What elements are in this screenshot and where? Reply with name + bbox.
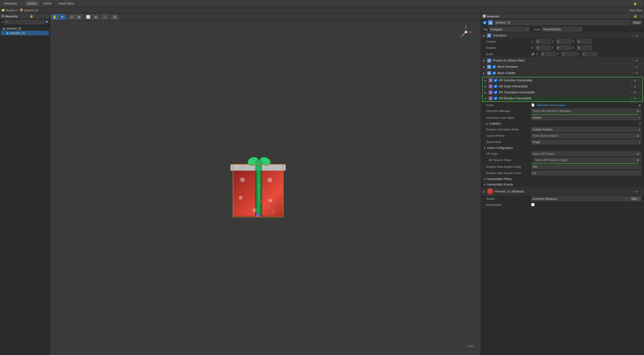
ar-selection-checkbox[interactable] [494,79,497,82]
rect-tool-btn[interactable]: ⬜ [85,14,92,20]
ar-rotation-checkbox[interactable] [494,97,497,100]
interaction-manager-value[interactable]: None (XR Interaction Manager) ◉ [531,109,641,113]
ar-selection-header[interactable]: ▶ # AR Selection Interactable ? ⊞ ⋮ [483,77,642,83]
hierarchy-item-present01[interactable]: ▣ present_01 [1,31,49,35]
ar-rotation-help[interactable]: ? [631,97,632,100]
mesh-collider-header[interactable]: ▶ ⊞ Mesh Collider ? ⊞ ⋮ [481,70,644,76]
interactable-filters-foldout[interactable]: ▶ Interactable Filters [481,176,644,182]
edit-shader-button[interactable]: Edit... [629,197,641,201]
gameobject-active-checkbox[interactable] [483,21,486,24]
ar-rotation-header[interactable]: ▼ # AR Rotation Interactable ? ⊞ ⋮ [483,95,642,101]
2d-btn[interactable]: 2D [111,14,119,20]
mesh-filter-settings[interactable]: ⊞ [635,59,638,62]
ar-rotation-menu[interactable]: ⋮ [638,97,640,100]
interactable-events-foldout[interactable]: ▶ Interactable Events [481,182,644,187]
layer-select[interactable]: PlacedObjects [542,27,582,32]
ar-translation-menu[interactable]: ⋮ [638,91,640,94]
scenes-link[interactable]: 📁 Scenes [2,9,15,12]
ar-selection-settings[interactable]: ⊞ [634,79,636,82]
ar-translation-checkbox[interactable] [494,91,497,94]
ar-translation-help[interactable]: ? [631,91,632,94]
mesh-renderer-menu[interactable]: ⋮ [639,65,642,69]
mesh-collider-help[interactable]: ? [632,72,634,75]
scale-x-input[interactable] [541,52,556,56]
custom-reticle-value[interactable]: None (Game Object) ◉ [531,133,641,138]
mesh-renderer-help[interactable]: ? [632,65,634,69]
gameobject-name-field[interactable] [494,20,630,25]
select-mode-select[interactable]: Single [531,140,641,144]
scale-y-input[interactable] [561,52,576,56]
pos-z-input[interactable] [577,39,592,44]
transform-tool-btn[interactable]: ⊕ [92,14,99,20]
hierarchy-item-present01-root[interactable]: ▣ present_01 [1,26,49,31]
material-settings[interactable]: ⊞ [635,190,638,193]
material-help[interactable]: ? [632,190,634,193]
tab-hierarchy[interactable]: Hierarchy [2,1,19,6]
scale-tool-btn[interactable]: ⊞ [75,14,82,20]
mesh-filter-menu[interactable]: ⋮ [639,59,642,62]
ar-rotation-settings[interactable]: ⊞ [634,97,636,100]
ar-scale-checkbox[interactable] [494,85,497,88]
mesh-renderer-checkbox[interactable] [493,65,496,68]
hierarchy-lock-icon[interactable]: 🔒 [30,15,33,18]
distance-calc-value[interactable]: Collider Position [531,127,641,132]
interaction-manager-pick-btn[interactable]: ◉ [637,109,639,113]
mesh-renderer-settings[interactable]: ⊞ [635,65,638,69]
colliders-foldout[interactable]: ▶ Colliders [486,122,501,125]
interaction-layer-mask-select[interactable]: Default [531,115,641,120]
hierarchy-search-input[interactable] [4,20,44,24]
hierarchy-menu-icon[interactable]: ⋮ [46,15,48,18]
move-tool-btn[interactable]: ✥ [59,14,66,20]
ar-session-origin-value[interactable]: None (AR Session Origin) ◉ [534,158,641,162]
ar-scale-settings[interactable]: ⊞ [634,85,636,88]
transform-header[interactable]: ▶ ⊕ Transform ? ⊞ ⋮ [481,33,644,39]
tab-game[interactable]: Game [41,1,54,6]
distance-calc-select[interactable]: Collider Position [531,127,641,132]
ar-scale-menu[interactable]: ⋮ [638,85,640,88]
mesh-collider-menu[interactable]: ⋮ [639,72,642,75]
custom-tool-btn[interactable]: ☆ [101,14,109,20]
mesh-renderer-header[interactable]: ▶ ⊞ Mesh Renderer ? ⊞ ⋮ [481,64,644,70]
xr-origin-pick-btn[interactable]: ◉ [637,152,639,155]
pos-x-input[interactable] [536,39,551,44]
ar-session-origin-pick-btn[interactable]: ◉ [637,158,639,162]
rotation-twist-input[interactable] [531,171,641,175]
rotation-drag-input[interactable] [531,164,641,169]
rot-y-input[interactable] [556,46,571,50]
custom-reticle-pick-btn[interactable]: ◉ [637,134,639,137]
inspector-lock-icon[interactable]: 🔒 [634,15,637,18]
mesh-filter-header[interactable]: ▶ ⊞ Present 01 (Mesh Filter) ? ⊞ ⋮ [481,58,644,64]
rot-z-input[interactable] [577,46,592,50]
auto-save[interactable]: ✓ Auto Save [626,9,642,12]
transform-menu[interactable]: ⋮ [639,34,642,37]
lock-icon[interactable]: 🔒 [633,2,637,5]
addressable-checkbox[interactable] [531,203,534,206]
transform-help[interactable]: ? [632,34,634,37]
rot-x-input[interactable] [536,46,551,50]
inspector-menu-icon[interactable]: ⋮ [640,15,642,18]
hand-tool-btn[interactable]: ✋ [51,14,58,20]
mesh-collider-checkbox[interactable] [493,72,496,75]
present01-link[interactable]: 📦 present_01 [20,9,38,12]
scene-content[interactable]: y x [50,21,481,355]
ar-selection-menu[interactable]: ⋮ [638,79,640,82]
ar-scale-header[interactable]: ▶ # AR Scale Interactable ? ⊞ ⋮ [483,83,642,89]
ar-translation-header[interactable]: ▶ # AR Translation Interactable ? ⊞ ⋮ [483,89,642,95]
tag-select[interactable]: Untagged [489,27,529,32]
rotate-tool-btn[interactable]: ↺ [68,14,75,20]
ar-selection-help[interactable]: ? [631,79,632,82]
tab-asset-store[interactable]: Asset Store [56,1,76,6]
pos-y-input[interactable] [556,39,571,44]
plus-icon[interactable]: + [1,20,3,24]
ar-scale-help[interactable]: ? [631,85,632,88]
tab-scene[interactable]: Scene [25,1,39,6]
interaction-layer-mask-value[interactable]: Default [531,115,641,120]
mesh-collider-settings[interactable]: ⊞ [635,72,638,75]
mesh-filter-help[interactable]: ? [632,59,634,62]
gaze-config-foldout[interactable]: ▶ Gaze Configuration [481,145,644,151]
xr-origin-value[interactable]: None (XR Origin) ◉ [531,151,641,156]
ar-translation-settings[interactable]: ⊞ [634,91,636,94]
transform-settings[interactable]: ⊞ [635,34,638,37]
script-link-icon[interactable]: ◉ [638,103,641,107]
select-mode-value[interactable]: Single [531,140,641,144]
